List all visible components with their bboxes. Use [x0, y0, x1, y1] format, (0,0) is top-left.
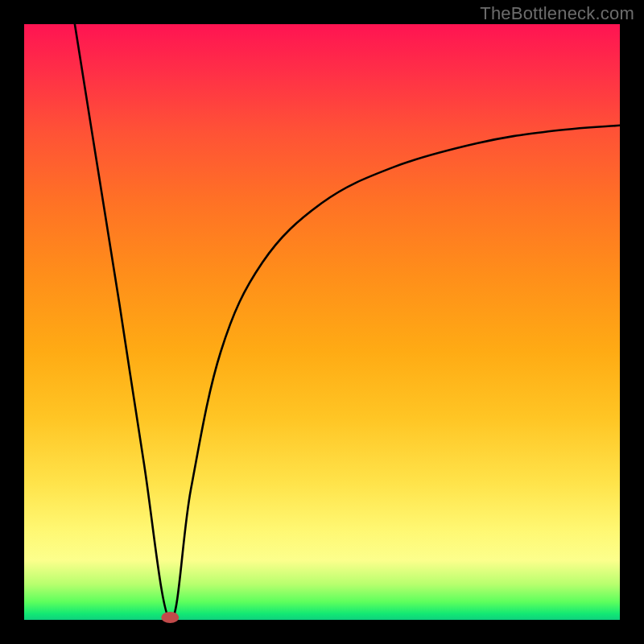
- curve-layer: [24, 24, 620, 620]
- chart-frame: TheBottleneck.com: [0, 0, 644, 644]
- plot-area: [24, 24, 620, 620]
- bottleneck-curve: [75, 24, 620, 620]
- minimum-marker: [161, 612, 179, 623]
- watermark-text: TheBottleneck.com: [480, 3, 634, 24]
